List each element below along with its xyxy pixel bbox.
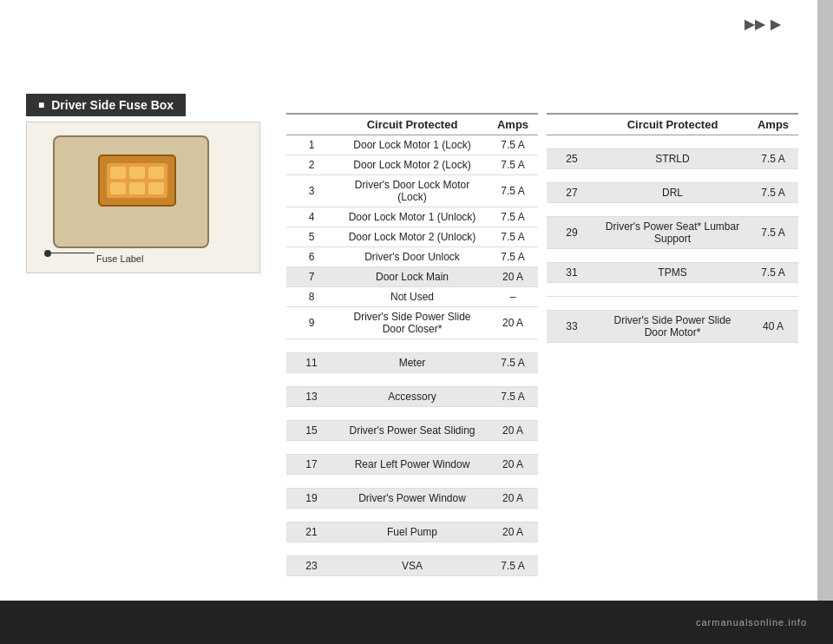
- table-row: [286, 407, 538, 421]
- row-amps: 20 A: [488, 307, 538, 339]
- col-circuit-header-right: Circuit Protected: [597, 114, 748, 135]
- row-circuit: Driver's Side Power Slide Door Motor*: [597, 311, 748, 343]
- row-circuit: Door Lock Motor 2 (Lock): [337, 155, 488, 175]
- col-amps-header-left: Amps: [488, 114, 538, 135]
- row-num: 8: [286, 287, 337, 307]
- row-num: 29: [547, 217, 597, 249]
- right-fuse-table: Circuit Protected Amps 25 STRLD 7.5 A 27…: [547, 113, 798, 343]
- row-circuit: Meter: [337, 353, 488, 373]
- row-circuit: Driver's Door Lock Motor (Lock): [337, 175, 488, 207]
- table-row: 33 Driver's Side Power Slide Door Motor*…: [547, 311, 798, 343]
- bottom-bar: carmanualsonline.info: [0, 601, 833, 644]
- table-row: 19 Driver's Power Window 20 A: [286, 489, 538, 509]
- table-row: 5 Door Lock Motor 2 (Unlock) 7.5 A: [286, 227, 538, 247]
- forward-icon[interactable]: ▶: [771, 16, 781, 32]
- table-row: 8 Not Used –: [286, 287, 538, 307]
- row-circuit: Door Lock Motor 1 (Lock): [337, 135, 488, 155]
- row-amps: –: [488, 287, 538, 307]
- row-circuit: VSA: [337, 556, 488, 576]
- table-row: 17 Rear Left Power Window 20 A: [286, 455, 538, 475]
- table-row: 1 Door Lock Motor 1 (Lock) 7.5 A: [286, 135, 538, 155]
- table-row: 9 Driver's Side Power Slide Door Closer*…: [286, 307, 538, 339]
- row-num: 4: [286, 207, 337, 227]
- table-row: 23 VSA 7.5 A: [286, 556, 538, 576]
- row-num: 7: [286, 267, 337, 287]
- table-row: [286, 509, 538, 522]
- row-num: 6: [286, 247, 337, 267]
- col-num-header: [286, 114, 337, 135]
- row-num: 21: [286, 522, 337, 542]
- row-amps: 20 A: [488, 267, 538, 287]
- row-num: 11: [286, 353, 337, 373]
- row-circuit: Not Used: [337, 287, 488, 307]
- table-row: [286, 373, 538, 387]
- fuse-connector: [98, 154, 176, 207]
- table-row: [286, 339, 538, 353]
- row-amps: 20 A: [488, 455, 538, 475]
- logo-text: carmanualsonline.info: [696, 617, 807, 628]
- row-circuit: Rear Left Power Window: [337, 455, 488, 475]
- top-navigation: ▶▶ ▶: [744, 16, 781, 32]
- row-amps: 7.5 A: [488, 556, 538, 576]
- row-amps: 7.5 A: [488, 175, 538, 207]
- row-circuit: Door Lock Motor 1 (Unlock): [337, 207, 488, 227]
- row-amps: 7.5 A: [488, 135, 538, 155]
- row-circuit: Driver's Power Window: [337, 489, 488, 509]
- row-amps: 20 A: [488, 421, 538, 441]
- row-circuit: Door Lock Motor 2 (Unlock): [337, 227, 488, 247]
- row-amps: 7.5 A: [488, 387, 538, 407]
- table-row: [547, 283, 798, 297]
- left-fuse-table: Circuit Protected Amps 1 Door Lock Motor…: [286, 113, 538, 576]
- table-row: 11 Meter 7.5 A: [286, 353, 538, 373]
- row-amps: 7.5 A: [488, 247, 538, 267]
- row-num: 2: [286, 155, 337, 175]
- table-row: 21 Fuel Pump 20 A: [286, 522, 538, 542]
- row-num: 15: [286, 421, 337, 441]
- row-num: 31: [547, 263, 597, 283]
- table-row: 4 Door Lock Motor 1 (Unlock) 7.5 A: [286, 207, 538, 227]
- fuse-label-text: Fuse Label: [96, 253, 143, 264]
- table-row: [547, 297, 798, 311]
- fuse-label-dot: [44, 250, 51, 257]
- table-row: 2 Door Lock Motor 2 (Lock) 7.5 A: [286, 155, 538, 175]
- row-amps: 7.5 A: [748, 263, 798, 283]
- row-circuit: Driver's Side Power Slide Door Closer*: [337, 307, 488, 339]
- table-row: [286, 475, 538, 489]
- row-num: 3: [286, 175, 337, 207]
- row-num: 1: [286, 135, 337, 155]
- right-sidebar-bar: [817, 0, 833, 644]
- row-circuit: Driver's Power Seat Sliding: [337, 421, 488, 441]
- section-title: Driver Side Fuse Box: [26, 94, 186, 116]
- row-amps: 7.5 A: [748, 183, 798, 203]
- row-circuit: Driver's Power Seat* Lumbar Support: [597, 217, 748, 249]
- row-num: 33: [547, 311, 597, 343]
- fuse-label-line: [51, 253, 95, 253]
- table-row: [547, 169, 798, 183]
- fuse-box-drawing: [53, 135, 209, 248]
- row-num: 17: [286, 455, 337, 475]
- col-circuit-header-left: Circuit Protected: [337, 114, 488, 135]
- row-num: 9: [286, 307, 337, 339]
- section-title-text: Driver Side Fuse Box: [51, 98, 174, 112]
- row-circuit: DRL: [597, 183, 748, 203]
- row-num: 27: [547, 183, 597, 203]
- row-amps: 7.5 A: [748, 217, 798, 249]
- row-num: 19: [286, 489, 337, 509]
- table-row: 25 STRLD 7.5 A: [547, 149, 798, 169]
- row-amps: 7.5 A: [748, 149, 798, 169]
- row-amps: 7.5 A: [488, 227, 538, 247]
- row-amps: 20 A: [488, 522, 538, 542]
- col-amps-header-right: Amps: [748, 114, 798, 135]
- row-circuit: STRLD: [597, 149, 748, 169]
- row-circuit: TPMS: [597, 263, 748, 283]
- row-amps: 20 A: [488, 489, 538, 509]
- row-num: 25: [547, 149, 597, 169]
- table-row: [547, 249, 798, 263]
- row-amps: 40 A: [748, 311, 798, 343]
- fast-forward-icon[interactable]: ▶▶: [744, 16, 765, 32]
- row-num: 5: [286, 227, 337, 247]
- table-row: 27 DRL 7.5 A: [547, 183, 798, 203]
- fuse-image: Fuse Label: [26, 122, 260, 273]
- table-row: 7 Door Lock Main 20 A: [286, 267, 538, 287]
- row-circuit: Accessory: [337, 387, 488, 407]
